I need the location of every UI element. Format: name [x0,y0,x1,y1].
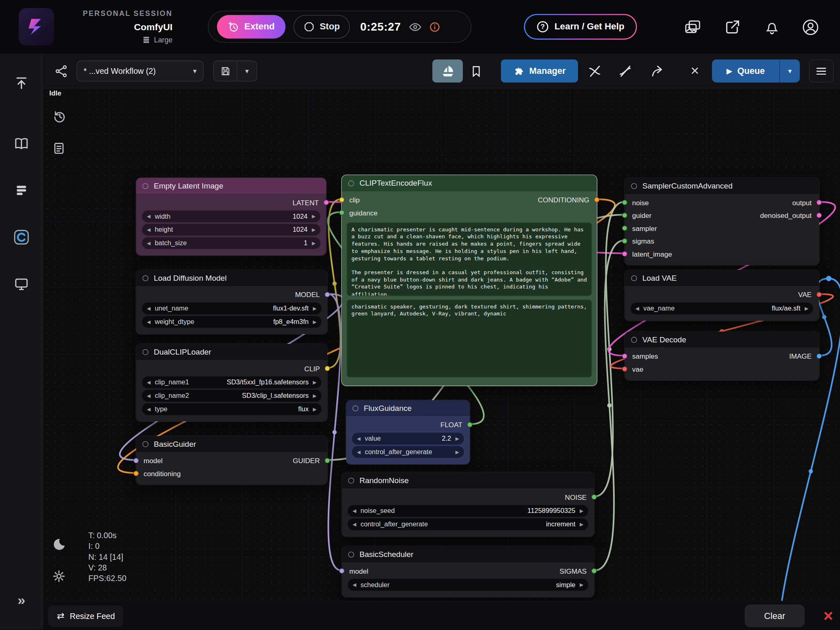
collapse-dot-icon[interactable] [631,275,637,281]
widget-type[interactable]: ◀typeflux▶ [142,403,322,415]
account-user-icon[interactable] [802,18,820,37]
collapse-dot-icon[interactable] [348,477,354,483]
decrement-arrow-icon[interactable]: ◀ [147,393,151,398]
input-port-sampler[interactable] [622,226,627,231]
output-port-GUIDER[interactable] [324,458,330,463]
decrement-arrow-icon[interactable]: ◀ [147,319,151,324]
input-port-guider[interactable] [622,213,627,218]
input-port-samples[interactable] [622,353,627,359]
output-port-CLIP[interactable] [324,366,330,371]
collapse-dot-icon[interactable] [348,551,354,557]
input-port-noise[interactable] [622,200,627,205]
decrement-arrow-icon[interactable]: ◀ [147,406,151,412]
output-port-MODEL[interactable] [324,292,330,297]
widget-clip_name1[interactable]: ◀clip_name1SD3/t5xxl_fp16.safetensors▶ [142,377,322,388]
decrement-arrow-icon[interactable]: ◀ [353,521,356,527]
increment-arrow-icon[interactable]: ▶ [313,406,317,412]
widget-width[interactable]: ◀width1024▶ [142,211,320,222]
docs-book-icon[interactable] [12,134,31,153]
bookmark-icon[interactable] [467,62,486,80]
increment-arrow-icon[interactable]: ▶ [580,521,583,527]
widget-height[interactable]: ◀height1024▶ [142,224,320,236]
dark-mode-moon-icon[interactable] [50,536,67,553]
resize-feed-button[interactable]: ⇄ Resize Feed [48,605,123,627]
widget-unet_name[interactable]: ◀unet_nameflux1-dev.sft▶ [142,303,322,315]
increment-arrow-icon[interactable]: ▶ [313,306,317,311]
widget-control_after_generate[interactable]: ◀control_after_generateincrement▶ [348,519,588,530]
rundiffusion-apps-button[interactable] [432,60,463,82]
decrement-arrow-icon[interactable]: ◀ [636,306,639,311]
increment-arrow-icon[interactable]: ▶ [312,240,316,246]
settings-gear-icon[interactable] [50,568,67,585]
decrement-arrow-icon[interactable]: ◀ [147,214,151,219]
prompt-textarea[interactable]: A charismatic presenter is caught mid-se… [347,222,592,296]
output-port-VAE[interactable] [816,292,822,297]
increment-arrow-icon[interactable]: ▶ [580,582,583,588]
input-port-guidance[interactable] [339,210,344,215]
output-port-denoised_output[interactable] [816,213,822,218]
logs-icon[interactable] [50,140,67,157]
decrement-arrow-icon[interactable]: ◀ [147,240,151,246]
decrement-arrow-icon[interactable]: ◀ [357,449,360,455]
node-vae_decode[interactable]: VAE DecodesamplesIMAGEvae [624,331,820,381]
collapse-dot-icon[interactable] [353,405,358,411]
notifications-bell-icon[interactable] [763,18,781,37]
menu-hamburger-button[interactable] [809,60,833,82]
widget-control_after_generate[interactable]: ◀control_after_generate▶ [352,446,464,458]
input-port-latent_image[interactable] [622,251,627,257]
output-port-output[interactable] [816,200,822,205]
decrement-arrow-icon[interactable]: ◀ [353,508,356,514]
workflows-monitor-icon[interactable] [12,275,31,293]
extend-session-button[interactable]: Extend [217,15,286,39]
collapse-dot-icon[interactable] [142,441,148,447]
expand-sidebar-icon[interactable]: » [12,591,31,609]
widget-vae_name[interactable]: ◀vae_nameflux/ae.sft▶ [631,303,813,315]
node-clip_text[interactable]: CLIPTextEncodeFluxclipCONDITIONINGguidan… [341,175,597,386]
save-options-chevron[interactable]: ▾ [237,61,256,81]
close-workflow-icon[interactable]: × [686,60,704,82]
decrement-arrow-icon[interactable]: ◀ [147,380,151,385]
queue-options-chevron[interactable]: ▾ [780,60,800,82]
decrement-arrow-icon[interactable]: ◀ [353,582,356,588]
input-port-sigmas[interactable] [622,238,627,244]
output-port-SIGMAS[interactable] [591,568,597,574]
collapse-dot-icon[interactable] [142,349,148,355]
history-icon[interactable] [50,108,67,125]
node-load_vae[interactable]: Load VAEVAE◀vae_nameflux/ae.sft▶ [624,269,820,321]
share-workflow-icon[interactable] [648,62,667,80]
node-dual_clip[interactable]: DualCLIPLoaderCLIP◀clip_name1SD3/t5xxl_f… [136,343,328,422]
increment-arrow-icon[interactable]: ▶ [313,319,317,324]
output-port-IMAGE[interactable] [816,353,822,359]
gallery-icon[interactable] [684,18,702,37]
node-random_noise[interactable]: RandomNoiseNOISE◀noise_seed1125899950325… [341,472,595,537]
input-port-model[interactable] [339,568,344,574]
widget-scheduler[interactable]: ◀schedulersimple▶ [348,579,588,591]
clear-button[interactable]: Clear [744,605,804,627]
session-visibility-eye-icon[interactable] [409,22,422,31]
workflow-selector[interactable]: * ...ved Workflow (2) ▾ [77,60,204,81]
open-external-icon[interactable] [723,18,742,37]
decrement-arrow-icon[interactable]: ◀ [357,436,360,441]
manager-button[interactable]: Manager [501,60,578,82]
decrement-arrow-icon[interactable]: ◀ [147,227,151,233]
comfyui-logo-icon[interactable] [12,228,31,246]
increment-arrow-icon[interactable]: ▶ [456,436,459,441]
node-load_diffusion[interactable]: Load Diffusion ModelMODEL◀unet_nameflux1… [136,269,328,335]
node-flux_guidance[interactable]: FluxGuidanceFLOAT◀value2.2▶◀control_afte… [346,399,471,465]
output-port-NOISE[interactable] [591,494,597,499]
increment-arrow-icon[interactable]: ▶ [313,393,317,398]
close-feed-icon[interactable]: × [818,605,839,627]
queue-list-icon[interactable] [12,181,31,200]
save-workflow-button[interactable] [214,61,238,81]
collapse-dot-icon[interactable] [142,183,148,189]
collapse-dot-icon[interactable] [142,275,148,281]
node-basic_scheduler[interactable]: BasicSchedulermodelSIGMAS◀schedulersimpl… [341,546,595,597]
increment-arrow-icon[interactable]: ▶ [804,306,808,311]
increment-arrow-icon[interactable]: ▶ [456,449,459,455]
toggle-links-icon[interactable] [586,62,604,80]
increment-arrow-icon[interactable]: ▶ [313,380,317,385]
output-port-CONDITIONING[interactable] [594,197,600,202]
node-sampler[interactable]: SamplerCustomAdvancednoiseoutputguiderde… [624,177,820,266]
stop-session-button[interactable]: Stop [293,15,350,39]
node-empty_latent[interactable]: Empty Latent ImageLATENT◀width1024▶◀heig… [136,177,327,256]
